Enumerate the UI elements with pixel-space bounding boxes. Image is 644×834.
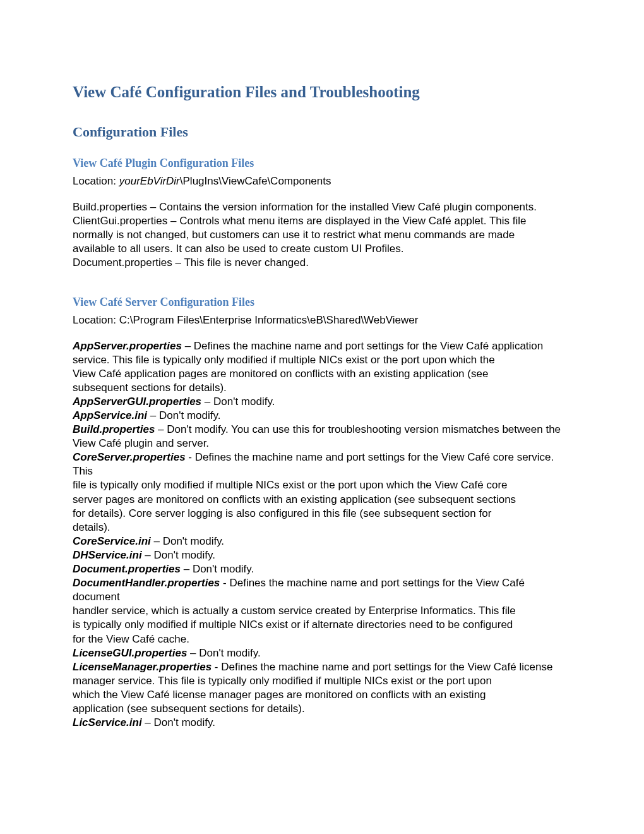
file-desc: – Controls what menu items are displayed… [167, 215, 526, 227]
file-entry: AppService.ini – Don't modify. [73, 409, 571, 423]
location-path: \PlugIns\ViewCafe\Components [180, 175, 331, 187]
file-desc-continuation: handler service, which is actually a cus… [73, 604, 571, 618]
file-desc-continuation: server pages are monitored on conflicts … [73, 493, 571, 507]
file-name: CoreService.ini [73, 535, 151, 547]
file-name: Build.properties [73, 423, 155, 435]
section-heading: Configuration Files [73, 123, 571, 142]
file-desc: – Don't modify. You can use this for tro… [155, 423, 561, 435]
file-entry-line: Build.properties – Contains the version … [73, 200, 571, 214]
file-desc-continuation: View Café application pages are monitore… [73, 367, 571, 381]
file-entry-line: DHService.ini – Don't modify. [73, 548, 571, 562]
file-entry: CoreServer.properties - Defines the mach… [73, 450, 571, 535]
server-entries: AppServer.properties – Defines the machi… [73, 339, 571, 730]
file-entry-line: Document.properties – Don't modify. [73, 562, 571, 576]
server-location: Location: C:\Program Files\Enterprise In… [73, 313, 571, 327]
file-name: LicenseGUI.properties [73, 647, 187, 659]
file-name: AppServer.properties [73, 340, 182, 352]
file-entry: Build.properties – Contains the version … [73, 200, 571, 214]
file-name: Build.properties [73, 201, 147, 213]
file-name: Document.properties [73, 257, 172, 269]
file-entry: AppServerGUI.properties – Don't modify. [73, 395, 571, 409]
server-heading: View Café Server Configuration Files [73, 295, 571, 310]
file-entry-line: CoreServer.properties - Defines the mach… [73, 450, 571, 478]
file-entry-line: AppServer.properties – Defines the machi… [73, 339, 571, 353]
server-section: View Café Server Configuration Files Loc… [73, 295, 571, 730]
file-entry-line: LicService.ini – Don't modify. [73, 716, 571, 730]
file-name: AppServerGUI.properties [73, 396, 201, 408]
file-name: LicService.ini [73, 716, 142, 728]
file-name: CoreServer.properties [73, 451, 186, 463]
file-desc: – This file is never changed. [172, 257, 309, 269]
file-desc: – Contains the version information for t… [147, 201, 537, 213]
file-entry-line: AppServerGUI.properties – Don't modify. [73, 395, 571, 409]
file-entry-line: Document.properties – This file is never… [73, 256, 571, 270]
file-entry: AppServer.properties – Defines the machi… [73, 339, 571, 395]
file-desc-continuation: service. This file is typically only mod… [73, 353, 571, 367]
plugin-section: View Café Plugin Configuration Files Loc… [73, 156, 571, 270]
file-entry-line: AppService.ini – Don't modify. [73, 409, 571, 423]
file-entry-line: CoreService.ini – Don't modify. [73, 535, 571, 548]
file-entry: LicenseGUI.properties – Don't modify. [73, 646, 571, 660]
file-desc: – Defines the machine name and port sett… [182, 340, 543, 352]
file-entry-line: LicenseManager.properties - Defines the … [73, 660, 571, 674]
file-desc: - Defines the machine name and port sett… [212, 661, 552, 673]
file-desc-continuation: details). [73, 521, 571, 535]
file-desc-continuation: which the View Café license manager page… [73, 688, 571, 702]
location-path: C:\Program Files\Enterprise Informatics\… [119, 314, 419, 326]
file-name: DocumentHandler.properties [73, 577, 220, 589]
file-entry: Document.properties – This file is never… [73, 256, 571, 270]
file-entry-line: DocumentHandler.properties - Defines the… [73, 576, 571, 604]
file-desc: – Don't modify. [151, 535, 224, 547]
file-desc-continuation: for details). Core server logging is als… [73, 507, 571, 521]
file-desc-continuation: subsequent sections for details). [73, 381, 571, 395]
file-entry-line: LicenseGUI.properties – Don't modify. [73, 646, 571, 660]
file-name: Document.properties [73, 563, 181, 575]
plugin-entries: Build.properties – Contains the version … [73, 200, 571, 270]
file-entry: LicService.ini – Don't modify. [73, 716, 571, 730]
file-name: LicenseManager.properties [73, 661, 212, 673]
page-title: View Café Configuration Files and Troubl… [73, 82, 571, 103]
file-desc: – Don't modify. [201, 396, 275, 408]
file-entry: DocumentHandler.properties - Defines the… [73, 576, 571, 646]
file-desc-continuation: file is typically only modified if multi… [73, 478, 571, 492]
file-entry: DHService.ini – Don't modify. [73, 548, 571, 562]
file-desc-continuation: View Café plugin and server. [73, 437, 571, 450]
file-desc-continuation: for the View Café cache. [73, 632, 571, 646]
file-desc: – Don't modify. [142, 716, 215, 728]
file-desc-continuation: is typically only modified if multiple N… [73, 618, 571, 632]
file-desc: – Don't modify. [142, 549, 215, 561]
location-var: yourEbVirDir [119, 175, 180, 187]
file-desc-continuation: application (see subsequent sections for… [73, 702, 571, 716]
file-desc-continuation: available to all users. It can also be u… [73, 242, 571, 256]
file-entry: CoreService.ini – Don't modify. [73, 535, 571, 548]
file-entry: Build.properties – Don't modify. You can… [73, 423, 571, 450]
file-name: DHService.ini [73, 549, 142, 561]
plugin-heading: View Café Plugin Configuration Files [73, 156, 571, 171]
file-entry-line: Build.properties – Don't modify. You can… [73, 423, 571, 437]
file-entry-line: ClientGui.properties – Controls what men… [73, 214, 571, 228]
file-entry: ClientGui.properties – Controls what men… [73, 214, 571, 256]
location-label: Location: [73, 175, 119, 187]
file-desc: – Don't modify. [181, 563, 254, 575]
file-desc: – Don't modify. [147, 409, 220, 421]
file-name: AppService.ini [73, 409, 147, 421]
file-desc-continuation: normally is not changed, but customers c… [73, 228, 571, 242]
location-label: Location: [73, 314, 119, 326]
file-name: ClientGui.properties [73, 215, 167, 227]
file-desc: – Don't modify. [187, 647, 260, 659]
file-desc-continuation: manager service. This file is typically … [73, 674, 571, 688]
file-entry: LicenseManager.properties - Defines the … [73, 660, 571, 716]
file-entry: Document.properties – Don't modify. [73, 562, 571, 576]
plugin-location: Location: yourEbVirDir\PlugIns\ViewCafe\… [73, 174, 571, 188]
